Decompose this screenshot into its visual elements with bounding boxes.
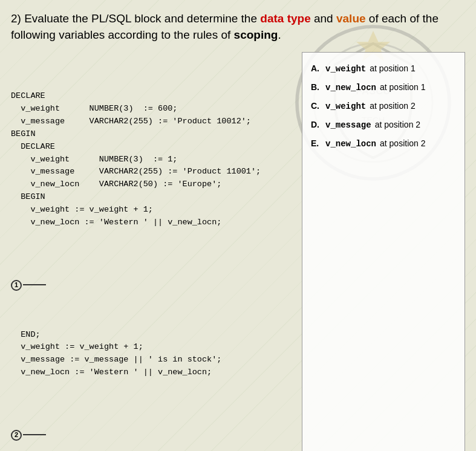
- choice-b-label: B.: [311, 79, 322, 96]
- code-line-9: BEGIN: [11, 192, 45, 201]
- choice-d-suffix: at position 2: [375, 116, 421, 133]
- title-end: .: [278, 28, 281, 41]
- code-line-3: v_message VARCHAR2(255) := 'Product 1001…: [11, 117, 251, 126]
- code-line-10: v_weight := v_weight + 1;: [11, 205, 153, 214]
- code-line-5: DECLARE: [11, 142, 55, 151]
- code-line-13: v_message := v_message || ' is in stock'…: [11, 355, 221, 364]
- code-line-12: v_weight := v_weight + 1;: [11, 342, 143, 351]
- choice-a-suffix: at position 1: [370, 60, 416, 77]
- code-line-4: BEGIN: [11, 129, 36, 138]
- code-content: DECLARE v_weight NUMBER(3) := 600; v_mes…: [11, 77, 296, 242]
- choice-e-suffix: at position 2: [380, 135, 426, 152]
- code-block: DECLARE v_weight NUMBER(3) := 600; v_mes…: [0, 49, 302, 451]
- question-number: 2): [11, 12, 21, 25]
- title-scoping: scoping: [234, 28, 278, 41]
- choice-c-code: v_weight: [325, 98, 366, 115]
- choice-a-code: v_weight: [325, 60, 366, 77]
- question-title: 2) Evaluate the PL/SQL block and determi…: [0, 0, 476, 49]
- position-marker-2: 2: [11, 430, 22, 441]
- code-image-area: FASCU OF TECH 2) Evaluate the PL/SQL blo…: [0, 0, 476, 451]
- code-line-2: v_weight NUMBER(3) := 600;: [11, 104, 177, 113]
- title-highlight-value: value: [336, 12, 366, 25]
- choice-d-label: D.: [311, 116, 322, 133]
- choice-e-label: E.: [311, 135, 322, 152]
- title-part1: Evaluate the PL/SQL block and determine …: [24, 12, 260, 25]
- choice-b-code: v_new_locn: [325, 79, 376, 96]
- code-line-1: DECLARE: [11, 91, 45, 100]
- code-line-11: v_new_locn := 'Western ' || v_new_locn;: [11, 218, 221, 227]
- code-line-8: v_new_locn VARCHAR2(50) := 'Europe';: [11, 180, 221, 189]
- marker2-row: 2: [11, 430, 296, 441]
- choice-a: A. v_weight at position 1: [311, 60, 456, 77]
- choice-a-label: A.: [311, 60, 322, 77]
- marker1-row: 1: [11, 280, 296, 291]
- choice-e-code: v_new_locn: [325, 135, 376, 152]
- position-marker-1: 1: [11, 280, 22, 291]
- title-highlight-datatype: data type: [260, 12, 310, 25]
- choice-c: C. v_weight at position 2: [311, 97, 456, 115]
- title-part2: and: [311, 12, 336, 25]
- code-line-end1: END;: [11, 330, 41, 339]
- code-line-7: v_message VARCHAR2(255) := 'Product 1100…: [11, 167, 261, 176]
- code-line-14: v_new_locn := 'Western ' || v_new_locn;: [11, 368, 212, 377]
- code-line-6: v_weight NUMBER(3) := 1;: [11, 155, 177, 164]
- choice-d: D. v_message at position 2: [311, 116, 456, 134]
- main-container: FASCU OF TECH 2) Evaluate the PL/SQL blo…: [0, 0, 476, 451]
- choice-d-code: v_message: [325, 117, 371, 134]
- choice-b-suffix: at position 1: [380, 79, 426, 96]
- choice-b: B. v_new_locn at position 1: [311, 79, 456, 96]
- choice-e: E. v_new_locn at position 2: [311, 135, 456, 152]
- choice-c-label: C.: [311, 97, 322, 114]
- choice-c-suffix: at position 2: [370, 97, 416, 114]
- code-content-2: END; v_weight := v_weight + 1; v_message…: [11, 316, 296, 392]
- code-and-choices: DECLARE v_weight NUMBER(3) := 600; v_mes…: [0, 49, 476, 451]
- choices-panel: A. v_weight at position 1 B. v_new_locn …: [302, 52, 465, 451]
